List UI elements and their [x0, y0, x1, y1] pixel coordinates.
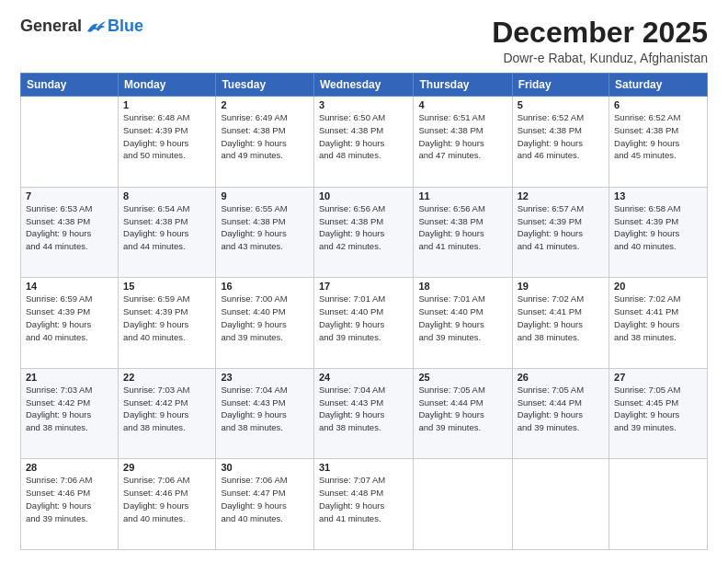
calendar-cell: 29Sunrise: 7:06 AMSunset: 4:46 PMDayligh…	[119, 459, 216, 550]
day-number: 2	[221, 99, 309, 110]
day-info: Sunrise: 7:06 AMSunset: 4:47 PMDaylight:…	[221, 474, 309, 524]
calendar-cell: 18Sunrise: 7:01 AMSunset: 4:40 PMDayligh…	[414, 278, 512, 369]
day-number: 4	[418, 99, 506, 110]
day-number: 30	[221, 462, 309, 473]
calendar-cell: 19Sunrise: 7:02 AMSunset: 4:41 PMDayligh…	[512, 278, 609, 369]
calendar-week-row: 7Sunrise: 6:53 AMSunset: 4:38 PMDaylight…	[21, 187, 708, 278]
day-info: Sunrise: 7:00 AMSunset: 4:40 PMDaylight:…	[221, 293, 309, 343]
calendar-cell: 11Sunrise: 6:56 AMSunset: 4:38 PMDayligh…	[414, 187, 512, 278]
day-info: Sunrise: 7:07 AMSunset: 4:48 PMDaylight:…	[319, 474, 409, 524]
day-info: Sunrise: 6:55 AMSunset: 4:38 PMDaylight:…	[221, 202, 309, 253]
calendar-cell	[21, 97, 119, 188]
calendar-cell: 20Sunrise: 7:02 AMSunset: 4:41 PMDayligh…	[609, 278, 708, 369]
day-number: 13	[614, 190, 702, 201]
day-info: Sunrise: 6:56 AMSunset: 4:38 PMDaylight:…	[319, 202, 409, 253]
day-info: Sunrise: 6:52 AMSunset: 4:38 PMDaylight:…	[614, 111, 702, 162]
day-number: 23	[221, 372, 309, 383]
calendar-cell: 2Sunrise: 6:49 AMSunset: 4:38 PMDaylight…	[216, 97, 314, 188]
day-number: 25	[418, 372, 506, 383]
calendar-week-row: 1Sunrise: 6:48 AMSunset: 4:39 PMDaylight…	[21, 97, 708, 188]
calendar-cell: 22Sunrise: 7:03 AMSunset: 4:42 PMDayligh…	[119, 368, 216, 459]
day-info: Sunrise: 7:03 AMSunset: 4:42 PMDaylight:…	[26, 384, 113, 434]
day-info: Sunrise: 7:03 AMSunset: 4:42 PMDaylight:…	[123, 384, 210, 434]
day-number: 12	[518, 190, 604, 201]
calendar-day-header: Wednesday	[313, 74, 414, 97]
day-info: Sunrise: 6:50 AMSunset: 4:38 PMDaylight:…	[319, 111, 409, 162]
logo-area: General Blue	[20, 17, 143, 36]
calendar-cell: 8Sunrise: 6:54 AMSunset: 4:38 PMDaylight…	[119, 187, 216, 278]
calendar-cell: 16Sunrise: 7:00 AMSunset: 4:40 PMDayligh…	[216, 278, 314, 369]
day-info: Sunrise: 7:06 AMSunset: 4:46 PMDaylight:…	[26, 474, 113, 524]
calendar-day-header: Tuesday	[216, 74, 314, 97]
calendar-cell: 4Sunrise: 6:51 AMSunset: 4:38 PMDaylight…	[414, 97, 512, 188]
day-number: 31	[319, 462, 409, 473]
calendar-cell: 17Sunrise: 7:01 AMSunset: 4:40 PMDayligh…	[313, 278, 414, 369]
day-info: Sunrise: 7:06 AMSunset: 4:46 PMDaylight:…	[123, 474, 210, 524]
day-info: Sunrise: 7:02 AMSunset: 4:41 PMDaylight:…	[518, 293, 604, 343]
calendar-cell: 26Sunrise: 7:05 AMSunset: 4:44 PMDayligh…	[512, 368, 609, 459]
day-number: 20	[614, 281, 702, 292]
day-info: Sunrise: 7:01 AMSunset: 4:40 PMDaylight:…	[319, 293, 409, 343]
calendar-cell: 5Sunrise: 6:52 AMSunset: 4:38 PMDaylight…	[512, 97, 609, 188]
day-number: 6	[614, 99, 702, 110]
calendar-cell: 3Sunrise: 6:50 AMSunset: 4:38 PMDaylight…	[313, 97, 414, 188]
calendar-day-header: Saturday	[609, 74, 708, 97]
day-info: Sunrise: 7:05 AMSunset: 4:44 PMDaylight:…	[418, 384, 506, 434]
calendar-cell: 25Sunrise: 7:05 AMSunset: 4:44 PMDayligh…	[414, 368, 512, 459]
day-info: Sunrise: 7:01 AMSunset: 4:40 PMDaylight:…	[418, 293, 506, 343]
day-number: 7	[26, 190, 113, 201]
calendar-cell: 1Sunrise: 6:48 AMSunset: 4:39 PMDaylight…	[119, 97, 216, 188]
calendar-week-row: 28Sunrise: 7:06 AMSunset: 4:46 PMDayligh…	[21, 459, 708, 550]
day-number: 22	[123, 372, 210, 383]
calendar-day-header: Sunday	[21, 74, 119, 97]
calendar-table: SundayMondayTuesdayWednesdayThursdayFrid…	[20, 73, 708, 550]
calendar-cell: 9Sunrise: 6:55 AMSunset: 4:38 PMDaylight…	[216, 187, 314, 278]
subtitle: Dowr-e Rabat, Kunduz, Afghanistan	[492, 51, 708, 65]
calendar-cell: 12Sunrise: 6:57 AMSunset: 4:39 PMDayligh…	[512, 187, 609, 278]
day-number: 5	[518, 99, 604, 110]
day-info: Sunrise: 7:05 AMSunset: 4:44 PMDaylight:…	[518, 384, 604, 434]
calendar-cell: 24Sunrise: 7:04 AMSunset: 4:43 PMDayligh…	[313, 368, 414, 459]
calendar-day-header: Monday	[119, 74, 216, 97]
day-number: 21	[26, 372, 113, 383]
calendar-cell: 31Sunrise: 7:07 AMSunset: 4:48 PMDayligh…	[313, 459, 414, 550]
page: General Blue December 2025 Dowr-e Rabat,…	[0, 0, 728, 563]
calendar-day-header: Friday	[512, 74, 609, 97]
day-number: 28	[26, 462, 113, 473]
calendar-cell	[414, 459, 512, 550]
calendar-cell: 14Sunrise: 6:59 AMSunset: 4:39 PMDayligh…	[21, 278, 119, 369]
calendar-cell: 13Sunrise: 6:58 AMSunset: 4:39 PMDayligh…	[609, 187, 708, 278]
day-number: 19	[518, 281, 604, 292]
day-number: 3	[319, 99, 409, 110]
day-number: 17	[319, 281, 409, 292]
logo-text: General Blue	[20, 17, 143, 36]
header: General Blue December 2025 Dowr-e Rabat,…	[20, 17, 708, 65]
calendar-day-header: Thursday	[414, 74, 512, 97]
calendar-cell: 28Sunrise: 7:06 AMSunset: 4:46 PMDayligh…	[21, 459, 119, 550]
day-number: 8	[123, 190, 210, 201]
day-number: 24	[319, 372, 409, 383]
calendar-cell	[609, 459, 708, 550]
day-info: Sunrise: 6:59 AMSunset: 4:39 PMDaylight:…	[26, 293, 113, 343]
calendar-cell: 21Sunrise: 7:03 AMSunset: 4:42 PMDayligh…	[21, 368, 119, 459]
calendar-header-row: SundayMondayTuesdayWednesdayThursdayFrid…	[21, 74, 708, 97]
day-number: 1	[123, 99, 210, 110]
day-info: Sunrise: 6:56 AMSunset: 4:38 PMDaylight:…	[418, 202, 506, 253]
calendar-cell: 15Sunrise: 6:59 AMSunset: 4:39 PMDayligh…	[119, 278, 216, 369]
calendar-week-row: 14Sunrise: 6:59 AMSunset: 4:39 PMDayligh…	[21, 278, 708, 369]
day-info: Sunrise: 6:48 AMSunset: 4:39 PMDaylight:…	[123, 111, 210, 162]
title-area: December 2025 Dowr-e Rabat, Kunduz, Afgh…	[492, 17, 708, 65]
day-info: Sunrise: 6:53 AMSunset: 4:38 PMDaylight:…	[26, 202, 113, 253]
logo-general: General	[20, 17, 82, 36]
day-info: Sunrise: 6:49 AMSunset: 4:38 PMDaylight:…	[221, 111, 309, 162]
day-number: 18	[418, 281, 506, 292]
day-info: Sunrise: 6:58 AMSunset: 4:39 PMDaylight:…	[614, 202, 702, 253]
day-info: Sunrise: 7:04 AMSunset: 4:43 PMDaylight:…	[319, 384, 409, 434]
day-number: 14	[26, 281, 113, 292]
day-info: Sunrise: 6:51 AMSunset: 4:38 PMDaylight:…	[418, 111, 506, 162]
day-number: 15	[123, 281, 210, 292]
day-info: Sunrise: 6:59 AMSunset: 4:39 PMDaylight:…	[123, 293, 210, 343]
day-info: Sunrise: 7:05 AMSunset: 4:45 PMDaylight:…	[614, 384, 702, 434]
calendar-cell: 6Sunrise: 6:52 AMSunset: 4:38 PMDaylight…	[609, 97, 708, 188]
logo-blue: Blue	[108, 17, 143, 36]
